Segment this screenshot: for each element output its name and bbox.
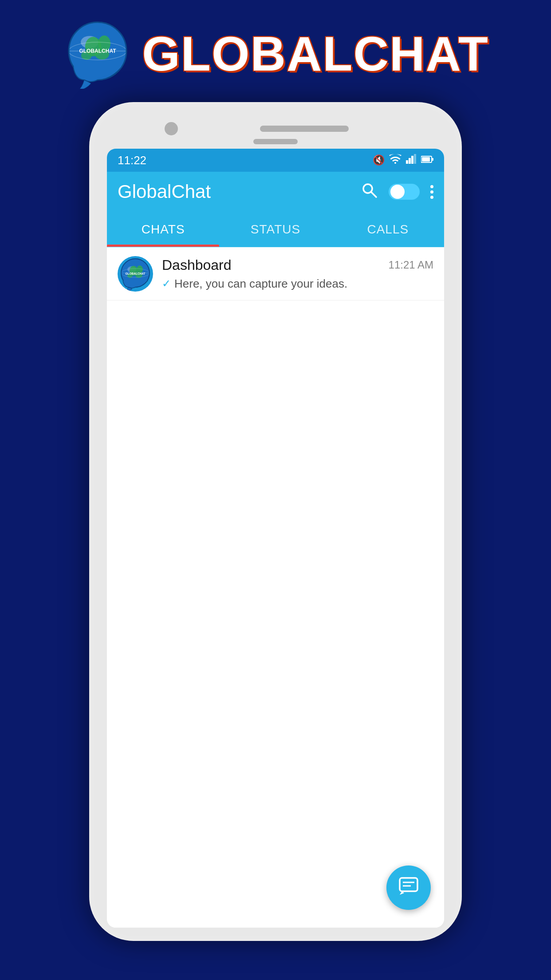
phone-frame: 11:22 🔇 [89,102,462,941]
check-icon: ✓ [162,277,171,290]
tab-calls-label: CALLS [367,222,409,237]
mute-icon: 🔇 [373,154,385,166]
app-bar: GlobalChat [107,172,444,212]
tab-status-label: STATUS [251,222,300,237]
dot-2 [430,190,433,194]
branding-header: GLOBALCHAT GLOBALCHAT [0,0,551,102]
tab-calls[interactable]: CALLS [332,212,444,247]
speaker-top [260,126,349,132]
app-bar-actions [360,181,433,203]
chat-avatar-dashboard: GLOBALCHAT [118,256,153,292]
svg-rect-15 [432,158,433,161]
app-bar-title: GlobalChat [118,181,211,202]
dot-3 [430,196,433,199]
status-icons: 🔇 [373,154,433,166]
battery-icon [421,154,433,166]
status-bar: 11:22 🔇 [107,149,444,172]
svg-rect-29 [400,878,417,891]
svg-rect-10 [406,160,408,164]
tab-status[interactable]: STATUS [219,212,331,247]
svg-rect-12 [411,156,413,164]
chat-time-dashboard: 11:21 AM [389,259,433,271]
phone-top [102,115,449,149]
tab-active-indicator [107,245,219,247]
svg-text:GLOBALCHAT: GLOBALCHAT [125,272,145,275]
tab-bar: CHATS STATUS CALLS [107,212,444,247]
toggle-knob [390,185,405,199]
new-chat-fab[interactable] [386,865,431,910]
more-options-button[interactable] [430,185,433,199]
speaker-bottom [253,139,298,144]
chat-info-dashboard: Dashboard 11:21 AM ✓ Here, you can captu… [162,257,433,291]
status-time: 11:22 [118,154,146,167]
chat-name-dashboard: Dashboard [162,257,232,273]
svg-rect-11 [409,158,411,164]
tab-chats-label: CHATS [142,222,185,237]
svg-rect-16 [422,157,430,162]
chat-preview-dashboard: ✓ Here, you can capture your ideas. [162,277,433,291]
signal-icon [406,154,417,166]
svg-line-18 [371,192,376,197]
svg-text:GLOBALCHAT: GLOBALCHAT [79,48,117,54]
phone-screen: 11:22 🔇 [107,149,444,928]
camera [165,122,178,135]
wifi-icon [389,154,401,166]
brand-globe-icon: GLOBALCHAT [62,18,133,89]
search-button[interactable] [360,181,378,203]
toggle-switch[interactable] [389,184,420,200]
chat-list: GLOBALCHAT Dashboard 11:21 AM ✓ Here, yo… [107,247,444,928]
new-chat-icon [398,874,420,901]
chat-item-dashboard[interactable]: GLOBALCHAT Dashboard 11:21 AM ✓ Here, yo… [107,247,444,300]
chat-header-dashboard: Dashboard 11:21 AM [162,257,433,273]
svg-rect-13 [414,154,416,164]
brand-title: GLOBALCHAT [142,25,489,82]
tab-chats[interactable]: CHATS [107,212,219,247]
dot-1 [430,185,433,188]
chat-preview-text: Here, you can capture your ideas. [174,277,347,291]
